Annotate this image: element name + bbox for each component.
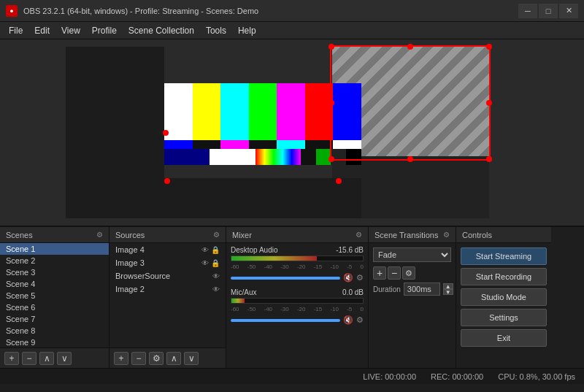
- mixer-mic-meter: [231, 298, 364, 304]
- transitions-panel-header: Scene Transitions ⚙: [369, 227, 456, 243]
- menu-profile[interactable]: Profile: [86, 24, 123, 37]
- transitions-duration-down[interactable]: ▼: [443, 289, 453, 295]
- start-recording-button[interactable]: Start Recording: [461, 268, 547, 285]
- source-settings-button[interactable]: ⚙: [149, 352, 164, 365]
- scene-add-button[interactable]: +: [4, 352, 19, 365]
- source-icons-image4: 👁 🔒: [201, 246, 220, 254]
- sources-panel: Sources ⚙ Image 4 👁 🔒 Image 3 👁 🔒 Browse…: [110, 227, 226, 368]
- transitions-add-remove: + − ⚙: [373, 266, 451, 280]
- menu-scene-collection[interactable]: Scene Collection: [123, 24, 200, 37]
- controls-panel-title: Controls: [462, 231, 492, 239]
- selection-handle-bottom-colorbar: [164, 178, 170, 184]
- menubar: File Edit View Profile Scene Collection …: [0, 22, 584, 39]
- source-lock-icon-2[interactable]: 🔒: [211, 259, 220, 267]
- scene-item-5[interactable]: Scene 5: [0, 290, 109, 301]
- source-down-button[interactable]: ∨: [184, 352, 199, 365]
- mixer-desktop-mute[interactable]: 🔇: [343, 273, 353, 283]
- source-lock-icon[interactable]: 🔒: [211, 246, 220, 254]
- source-name-image2: Image 2: [115, 285, 145, 293]
- scene-remove-button[interactable]: −: [22, 352, 36, 365]
- source-item-image3[interactable]: Image 3 👁 🔒: [110, 256, 226, 269]
- scene-item-7[interactable]: Scene 7: [0, 313, 109, 325]
- sources-panel-title: Sources: [115, 231, 145, 239]
- preview-dark-bottom: [164, 178, 361, 218]
- mixer-mic-fill: [231, 299, 245, 303]
- menu-tools[interactable]: Tools: [200, 24, 232, 37]
- scene-up-button[interactable]: ∧: [39, 352, 54, 365]
- source-add-button[interactable]: +: [114, 352, 128, 365]
- transitions-panel: Scene Transitions ⚙ Fade Cut + − ⚙ Durat…: [369, 227, 456, 368]
- mixer-desktop-settings[interactable]: ⚙: [356, 273, 364, 283]
- maximize-button[interactable]: □: [539, 4, 558, 18]
- sources-controls: + − ⚙ ∧ ∨: [110, 347, 226, 368]
- titlebar: ● OBS 23.2.1 (64-bit, windows) - Profile…: [0, 0, 584, 22]
- source-name-image4: Image 4: [115, 245, 145, 254]
- mixer-mic-settings[interactable]: ⚙: [356, 315, 364, 325]
- scene-item-8[interactable]: Scene 8: [0, 325, 109, 337]
- menu-help[interactable]: Help: [232, 24, 262, 37]
- obs-icon: ●: [6, 5, 18, 17]
- mixer-mic-controls: 🔇 ⚙: [231, 315, 364, 325]
- sources-panel-icon: ⚙: [213, 231, 220, 239]
- source-eye-icon[interactable]: 👁: [201, 246, 209, 254]
- transitions-duration-arrows: ▲ ▼: [443, 283, 453, 295]
- source-up-button[interactable]: ∧: [166, 352, 181, 365]
- statusbar: LIVE: 00:00:00 REC: 00:00:00 CPU: 0.8%, …: [0, 368, 584, 384]
- settings-button[interactable]: Settings: [461, 309, 547, 326]
- controls-panel: Controls Start Streaming Start Recording…: [456, 227, 551, 368]
- source-eye-icon-3[interactable]: 👁: [212, 272, 220, 280]
- statusbar-cpu: CPU: 0.8%, 30.00 fps: [498, 372, 575, 381]
- source-eye-icon-2[interactable]: 👁: [201, 259, 209, 267]
- source-item-image4[interactable]: Image 4 👁 🔒: [110, 243, 226, 256]
- menu-file[interactable]: File: [3, 24, 28, 37]
- mixer-content: Desktop Audio -15.6 dB -60-50-40-30-20-1…: [226, 243, 368, 368]
- minimize-button[interactable]: ─: [518, 4, 537, 18]
- mixer-desktop-slider[interactable]: [231, 277, 340, 280]
- preview-dark-left: [66, 47, 164, 218]
- transition-settings-button[interactable]: ⚙: [402, 266, 415, 280]
- scene-item-4[interactable]: Scene 4: [0, 278, 109, 290]
- scene-item-9[interactable]: Scene 9: [0, 337, 109, 347]
- transitions-duration-row: Duration ▲ ▼: [373, 283, 451, 296]
- scene-item-6[interactable]: Scene 6: [0, 301, 109, 313]
- scenes-panel-header: Scenes ⚙: [0, 227, 109, 243]
- studio-mode-button[interactable]: Studio Mode: [461, 288, 547, 306]
- source-eye-icon-4[interactable]: 👁: [212, 285, 220, 293]
- mixer-panel-header: Mixer ⚙: [226, 227, 368, 243]
- panels: Scenes ⚙ Scene 1 Scene 2 Scene 3 Scene 4…: [0, 226, 584, 368]
- sources-list: Image 4 👁 🔒 Image 3 👁 🔒 BrowserSource 👁: [110, 243, 226, 347]
- scenes-panel-icon: ⚙: [96, 231, 103, 239]
- transition-remove-button[interactable]: −: [388, 266, 401, 280]
- source-icons-image2: 👁: [212, 285, 220, 293]
- mixer-channel-mic-label: Mic/Aux 0.0 dB: [231, 288, 364, 296]
- preview-area: [0, 39, 584, 226]
- source-item-browser[interactable]: BrowserSource 👁: [110, 269, 226, 283]
- source-item-image2[interactable]: Image 2 👁: [110, 283, 226, 296]
- menu-view[interactable]: View: [55, 24, 86, 37]
- exit-button[interactable]: Exit: [461, 329, 547, 347]
- scene-item-3[interactable]: Scene 3: [0, 266, 109, 278]
- menu-edit[interactable]: Edit: [28, 24, 55, 37]
- mixer-mic-name: Mic/Aux: [231, 288, 257, 296]
- transition-add-button[interactable]: +: [373, 266, 386, 280]
- window-controls: ─ □ ✕: [518, 4, 578, 18]
- mixer-channel-desktop-label: Desktop Audio -15.6 dB: [231, 246, 364, 254]
- start-streaming-button[interactable]: Start Streaming: [461, 247, 547, 265]
- source-name-browser: BrowserSource: [115, 272, 170, 280]
- scene-item-2[interactable]: Scene 2: [0, 255, 109, 266]
- source-remove-button[interactable]: −: [131, 352, 146, 365]
- transitions-type-select[interactable]: Fade Cut: [373, 247, 451, 262]
- controls-panel-header: Controls: [456, 227, 551, 243]
- mixer-mic-slider[interactable]: [231, 319, 340, 322]
- scene-down-button[interactable]: ∨: [57, 352, 72, 365]
- transitions-panel-title: Scene Transitions: [374, 231, 438, 239]
- mixer-desktop-fill: [231, 256, 317, 261]
- controls-content: Start Streaming Start Recording Studio M…: [456, 243, 551, 351]
- mixer-mic-mute[interactable]: 🔇: [343, 315, 353, 325]
- close-button[interactable]: ✕: [559, 4, 578, 18]
- scenes-controls: + − ∧ ∨: [0, 347, 109, 368]
- scene-item-1[interactable]: Scene 1: [0, 243, 109, 255]
- transitions-duration-input[interactable]: [404, 283, 440, 296]
- mixer-desktop-controls: 🔇 ⚙: [231, 273, 364, 283]
- test-pattern: [164, 83, 361, 178]
